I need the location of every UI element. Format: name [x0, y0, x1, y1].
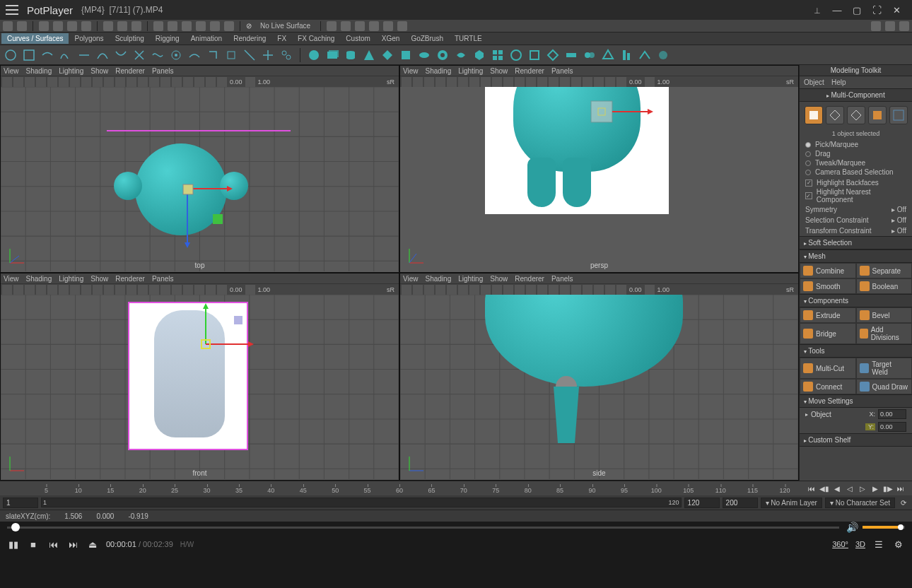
step-fwd-key-icon[interactable]: ▮▶ [882, 483, 894, 494]
tool-icon[interactable] [182, 21, 192, 31]
shelf-tab-rigging[interactable]: Rigging [150, 33, 185, 44]
vp-tool-icon[interactable] [413, 285, 423, 295]
vp-tool-icon[interactable] [206, 285, 216, 295]
check-highlight-backfaces[interactable]: ✓Highlight Backfaces [800, 178, 912, 187]
vp-tool-icon[interactable] [402, 77, 411, 87]
vp-tool-icon[interactable] [115, 285, 125, 295]
shelf-tab-gozbrush[interactable]: GoZBrush [405, 33, 449, 44]
poly-primitive-icon[interactable] [380, 47, 395, 63]
shelf-tab-custom[interactable]: Custom [340, 33, 375, 44]
poly-primitive-icon[interactable] [527, 47, 542, 63]
eject-icon[interactable]: ⏏ [86, 538, 99, 551]
poly-primitive-icon[interactable] [453, 47, 469, 63]
transform-constraint-value[interactable]: Off [897, 227, 906, 235]
vp-tool-icon[interactable] [160, 285, 170, 295]
vp-tool-icon[interactable] [36, 285, 46, 295]
tool-bridge[interactable]: Bridge [800, 323, 856, 344]
vp-menu-panels[interactable]: Panels [152, 275, 174, 283]
poly-primitive-icon[interactable] [637, 47, 653, 63]
tool-icon[interactable] [355, 21, 365, 31]
tool-icon[interactable] [81, 21, 91, 31]
vp-tool-icon[interactable] [526, 77, 536, 87]
vp-menu-renderer[interactable]: Renderer [515, 67, 544, 75]
tool-add-divisions[interactable]: Add Divisions [856, 323, 913, 344]
vp-menu-shading[interactable]: Shading [426, 67, 452, 75]
vp-menu-panels[interactable]: Panels [152, 67, 174, 75]
curve-tool-icon[interactable] [168, 47, 184, 63]
vp-tool-icon[interactable] [492, 285, 502, 295]
move-manipulator[interactable] [177, 179, 390, 272]
vp-tool-icon[interactable] [183, 285, 193, 295]
vp-tool-icon[interactable] [549, 285, 559, 295]
vp-tool-icon[interactable] [47, 77, 57, 87]
vp-tool-icon[interactable] [537, 77, 547, 87]
vp-tool-icon[interactable] [93, 77, 103, 87]
vp-menu-panels[interactable]: Panels [551, 275, 573, 283]
poly-primitive-icon[interactable] [398, 47, 414, 63]
vp-tool-icon[interactable] [115, 77, 125, 87]
vp-tool-icon[interactable] [515, 285, 525, 295]
vp-tool-icon[interactable] [59, 285, 69, 295]
volume-icon[interactable]: 🔊 [846, 522, 858, 533]
poly-primitive-icon[interactable] [563, 47, 579, 63]
menu-object[interactable]: Object [804, 78, 824, 86]
vp-tool-icon[interactable] [194, 285, 204, 295]
vp-menu-show[interactable]: Show [90, 67, 108, 75]
tool-icon[interactable] [369, 21, 379, 31]
sync-icon[interactable]: ⟳ [898, 497, 909, 508]
poly-primitive-icon[interactable] [545, 47, 561, 63]
vp-tool-icon[interactable] [447, 77, 457, 87]
fullscreen-icon[interactable]: ⛶ [867, 0, 887, 20]
vp-tool-icon[interactable] [172, 77, 182, 87]
poly-primitive-icon[interactable] [416, 47, 432, 63]
vp-tool-icon[interactable] [402, 285, 411, 295]
tool-icon[interactable] [53, 21, 63, 31]
move-x-input[interactable] [878, 409, 906, 419]
vp-tool-icon[interactable] [138, 77, 148, 87]
viewport-persp[interactable]: ViewShadingLightingShowRendererPanels 0.… [399, 65, 799, 273]
vp-tool-icon[interactable] [571, 285, 581, 295]
play-back-icon[interactable]: ◁ [844, 483, 855, 494]
vp-tool-icon[interactable] [217, 77, 227, 87]
vp-tool-icon[interactable] [503, 77, 513, 87]
vp-tool-icon[interactable] [616, 77, 626, 87]
vp-tool-icon[interactable] [206, 77, 216, 87]
tool-bevel[interactable]: Bevel [856, 307, 913, 323]
vp-tool-icon[interactable] [560, 77, 570, 87]
vp-tool-icon[interactable] [47, 285, 57, 295]
close-icon[interactable]: ✕ [887, 0, 906, 20]
vp-menu-show[interactable]: Show [490, 275, 508, 283]
play-fwd-icon[interactable]: ▷ [857, 483, 868, 494]
vp-tool-icon[interactable] [25, 285, 35, 295]
stop-icon[interactable]: ■ [27, 538, 40, 551]
tool-extrude[interactable]: Extrude [800, 307, 856, 323]
vp-tool-icon[interactable] [127, 77, 136, 87]
tool-target-weld[interactable]: Target Weld [856, 358, 913, 379]
vp-tool-icon[interactable] [127, 285, 136, 295]
shelf-tab-sculpting[interactable]: Sculpting [110, 33, 150, 44]
shelf-tab-animation[interactable]: Animation [185, 33, 228, 44]
vp-menu-lighting[interactable]: Lighting [59, 275, 83, 283]
frame-start-input[interactable] [3, 498, 38, 508]
sel-mode-tweak-marquee[interactable]: Tweak/Marquee [805, 158, 906, 167]
vp-tool-icon[interactable] [503, 285, 513, 295]
vp-tool-icon[interactable] [458, 285, 468, 295]
multi-component-header[interactable]: Multi-Component [800, 88, 912, 102]
sel-mode-drag[interactable]: Drag [805, 149, 906, 158]
tool-icon[interactable] [196, 21, 206, 31]
poly-primitive-icon[interactable] [490, 47, 505, 63]
viewport-front[interactable]: ViewShadingLightingShowRendererPanels 0.… [0, 273, 399, 481]
step-fwd-icon[interactable]: ▶ [870, 483, 881, 494]
vp-tool-icon[interactable] [81, 77, 91, 87]
menu-help[interactable]: Help [831, 78, 846, 86]
poly-primitive-icon[interactable] [435, 47, 450, 63]
vp-tool-icon[interactable] [245, 77, 255, 87]
vp-menu-view[interactable]: View [403, 67, 419, 75]
poly-primitive-icon[interactable] [619, 47, 634, 63]
curve-tool-icon[interactable] [113, 47, 129, 63]
vp-tool-icon[interactable] [424, 77, 434, 87]
curve-tool-icon[interactable] [260, 47, 276, 63]
vp-menu-lighting[interactable]: Lighting [59, 67, 83, 75]
vp-menu-view[interactable]: View [403, 275, 419, 283]
object-mode-icon[interactable] [805, 106, 823, 124]
